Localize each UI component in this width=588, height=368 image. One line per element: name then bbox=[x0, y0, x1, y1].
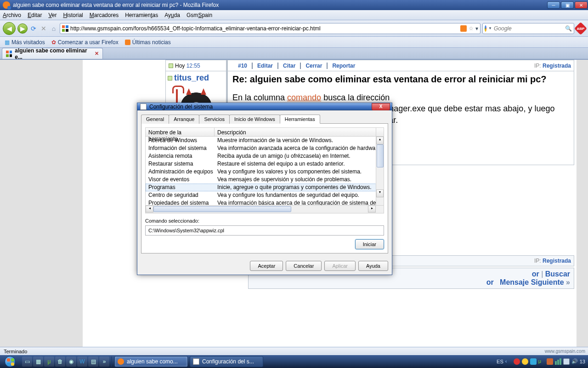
tab-close-icon[interactable]: ✕ bbox=[95, 51, 99, 57]
command-input[interactable] bbox=[145, 225, 384, 236]
tab-servicios[interactable]: Servicios bbox=[199, 115, 230, 124]
tab-herramientas[interactable]: Herramientas bbox=[280, 115, 320, 124]
vertical-scrollbar[interactable]: ▴ ▾ bbox=[376, 137, 384, 205]
forward-button[interactable]: ▶ bbox=[17, 23, 28, 34]
home-button[interactable]: ⌂ bbox=[50, 24, 58, 33]
menu-herramientas[interactable]: Herramientas bbox=[125, 12, 158, 18]
anterior-fragment[interactable]: or bbox=[532, 270, 539, 278]
tray-update-icon[interactable] bbox=[522, 358, 528, 365]
tray-battery-icon[interactable] bbox=[563, 358, 570, 365]
taskbar-app-firefox[interactable]: alguien sabe como... bbox=[114, 356, 188, 367]
close-button[interactable]: ✕ bbox=[575, 1, 588, 9]
ql-show-desktop-icon[interactable]: ▭ bbox=[22, 356, 32, 367]
menu-ver[interactable]: Ver bbox=[48, 12, 57, 18]
ql-utorrent-icon[interactable]: μ bbox=[44, 356, 54, 367]
ql-word-icon[interactable]: W bbox=[77, 356, 87, 367]
ip-value-link[interactable]: Registrada bbox=[543, 63, 571, 69]
tools-list[interactable]: Acerca de WindowsMuestre información de … bbox=[145, 137, 384, 206]
menu-historial[interactable]: Historial bbox=[63, 12, 83, 18]
tools-list-row[interactable]: Visor de eventosVea mensajes de supervis… bbox=[146, 176, 384, 184]
aplicar-button[interactable]: Aplicar bbox=[324, 261, 356, 271]
tray-volume-icon[interactable]: 🔊 bbox=[571, 358, 578, 365]
search-icon[interactable]: 🔍 bbox=[565, 25, 572, 32]
username-link[interactable]: titus_red bbox=[174, 73, 209, 82]
ql-switch-windows-icon[interactable]: ▦ bbox=[33, 356, 43, 367]
tray-security-icon[interactable] bbox=[514, 358, 520, 365]
ql-app-icon[interactable]: ▤ bbox=[88, 356, 98, 367]
report-link[interactable]: Reportar bbox=[327, 63, 360, 69]
scroll-up-button[interactable]: ▴ bbox=[376, 137, 384, 144]
back-button[interactable]: ◀ bbox=[3, 22, 16, 35]
search-bar[interactable]: ▼ 🔍 bbox=[482, 23, 574, 34]
quote-link[interactable]: Citar bbox=[277, 63, 300, 69]
ayuda-button[interactable]: Ayuda bbox=[358, 261, 388, 271]
minimize-button[interactable]: ─ bbox=[547, 1, 560, 9]
menu-archivo[interactable]: Archivo bbox=[3, 12, 21, 18]
menu-gsmspain[interactable]: GsmSpain bbox=[187, 12, 212, 18]
aceptar-button[interactable]: Aceptar bbox=[250, 261, 283, 271]
search-engine-dropdown-icon[interactable]: ▼ bbox=[488, 26, 492, 30]
tools-list-row[interactable]: Acerca de WindowsMuestre información de … bbox=[146, 137, 384, 144]
close-thread-link[interactable]: Cerrar bbox=[300, 63, 327, 69]
chevron-right-icon[interactable]: » bbox=[566, 278, 570, 286]
rss-icon[interactable] bbox=[460, 25, 467, 32]
dialog-close-button[interactable]: X bbox=[372, 103, 390, 110]
menu-marcadores[interactable]: Marcadores bbox=[90, 12, 119, 18]
col-name-header[interactable]: Nombre de la herramienta bbox=[146, 128, 215, 136]
tray-onedrive-icon[interactable] bbox=[530, 358, 537, 365]
horizontal-scrollbar[interactable]: ◂ ▸ bbox=[145, 206, 384, 213]
scroll-left-button[interactable]: ◂ bbox=[146, 206, 153, 213]
tab-inicio-windows[interactable]: Inicio de Windows bbox=[229, 115, 280, 124]
browser-tab[interactable]: alguien sabe como eliminar e... ✕ bbox=[2, 48, 103, 59]
taskbar-app-msconfig[interactable]: Configuración del s... bbox=[190, 356, 263, 367]
tools-list-row[interactable]: Propiedades del sistemaVea información b… bbox=[146, 199, 384, 206]
ip-value-link-2[interactable]: Registrada bbox=[543, 258, 571, 264]
tray-expand-icon[interactable]: ‹ bbox=[505, 358, 512, 365]
buscar-link[interactable]: Buscar bbox=[545, 270, 570, 278]
scroll-thumb[interactable] bbox=[377, 144, 384, 167]
ql-chrome-icon[interactable]: ◉ bbox=[66, 356, 76, 367]
lang-indicator[interactable]: ES bbox=[497, 359, 503, 364]
col-desc-header[interactable]: Descripción bbox=[215, 128, 376, 136]
reload-button[interactable]: ⟳ bbox=[29, 24, 38, 33]
tray-utorrent-icon[interactable]: μ bbox=[538, 358, 545, 365]
ql-trash-icon[interactable]: 🗑 bbox=[55, 356, 65, 367]
tray-clock[interactable]: 13 bbox=[580, 359, 585, 364]
maximize-button[interactable]: ▣ bbox=[561, 1, 574, 9]
bookmark-star-icon[interactable]: ☆ bbox=[469, 25, 474, 32]
menu-ayuda[interactable]: Ayuda bbox=[164, 12, 180, 18]
comando-link[interactable]: comando bbox=[287, 93, 321, 102]
cancelar-button[interactable]: Cancelar bbox=[286, 261, 322, 271]
scroll-down-button[interactable]: ▾ bbox=[376, 190, 384, 197]
search-input[interactable] bbox=[494, 25, 563, 32]
ql-expand-icon[interactable]: » bbox=[99, 356, 109, 367]
url-bar[interactable]: ☆ ▾ bbox=[60, 23, 481, 34]
tools-list-row[interactable]: ProgramasInicie, agregue o quite program… bbox=[146, 184, 384, 191]
anterior-fragment-2[interactable]: or bbox=[486, 278, 494, 286]
adblock-icon[interactable]: ABP bbox=[574, 22, 587, 34]
start-button[interactable] bbox=[0, 355, 20, 368]
tab-general[interactable]: General bbox=[141, 115, 169, 124]
tools-list-row[interactable]: Centro de seguridadVea y configure los f… bbox=[146, 191, 384, 199]
bookmark-most-visited[interactable]: ▦Más visitados bbox=[5, 39, 45, 46]
tools-list-row[interactable]: Restaurar sistemaRestaure el sistema del… bbox=[146, 160, 384, 168]
url-dropdown-icon[interactable]: ▾ bbox=[475, 25, 478, 32]
bookmark-getting-started[interactable]: ✿Comenzar a usar Firefox bbox=[51, 39, 119, 46]
tools-list-row[interactable]: Asistencia remotaReciba ayuda de un amig… bbox=[146, 152, 384, 160]
tools-list-row[interactable]: Administración de equiposVea y configure… bbox=[146, 168, 384, 176]
tray-app-icon[interactable] bbox=[547, 358, 553, 365]
stop-button[interactable]: ✕ bbox=[40, 24, 48, 33]
iniciar-button[interactable]: Iniciar bbox=[355, 239, 384, 249]
bookmark-latest-news[interactable]: Últimas noticias bbox=[125, 39, 171, 46]
edit-link[interactable]: Editar bbox=[252, 63, 277, 69]
menu-editar[interactable]: Editar bbox=[28, 12, 42, 18]
tools-list-row[interactable]: Información del sistemaVea información a… bbox=[146, 144, 384, 152]
tab-arranque[interactable]: Arranque bbox=[169, 115, 199, 124]
tray-network-icon[interactable] bbox=[555, 358, 561, 365]
dialog-titlebar[interactable]: Configuración del sistema X bbox=[137, 103, 392, 110]
post-number-link[interactable]: #10 bbox=[233, 63, 252, 69]
scroll-right-button[interactable]: ▸ bbox=[368, 206, 376, 213]
next-message-link[interactable]: Mensaje Siguiente bbox=[500, 278, 564, 286]
hscroll-thumb[interactable] bbox=[153, 206, 291, 212]
url-input[interactable] bbox=[70, 25, 458, 32]
